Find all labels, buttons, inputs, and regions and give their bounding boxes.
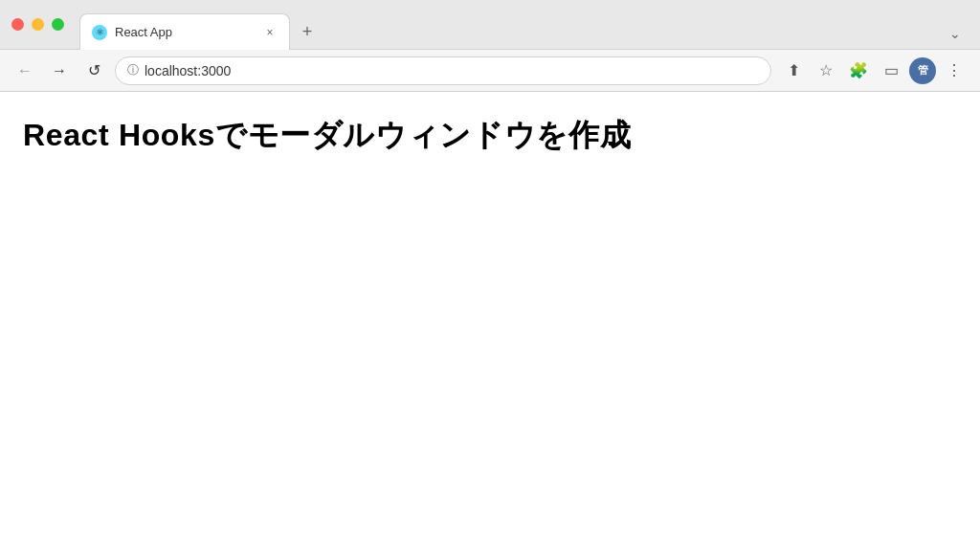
back-button[interactable]: ← [11, 57, 38, 84]
window-controls [11, 18, 64, 31]
maximize-window-button[interactable] [52, 18, 64, 31]
tab-close-button[interactable]: × [262, 25, 278, 40]
profile-avatar-button[interactable]: 管 [909, 57, 936, 84]
address-text: localhost:3000 [145, 63, 231, 78]
tab-favicon-icon: ⚛ [92, 25, 107, 40]
nav-actions: ⬆ ☆ 🧩 ▭ 管 ⋮ [779, 56, 969, 85]
tabs-expand-button[interactable]: ⌄ [942, 22, 969, 45]
menu-button[interactable]: ⋮ [940, 56, 969, 85]
minimize-window-button[interactable] [32, 18, 44, 31]
navigation-bar: ← → ↺ ⓘ localhost:3000 ⬆ ☆ 🧩 ▭ [0, 50, 980, 92]
address-bar[interactable]: ⓘ localhost:3000 [115, 56, 771, 85]
close-window-button[interactable] [11, 18, 24, 31]
reload-button[interactable]: ↺ [80, 57, 107, 84]
lock-icon: ⓘ [127, 62, 139, 78]
new-tab-button[interactable]: + [294, 18, 321, 45]
page-heading: React Hooksでモーダルウィンドウを作成 [23, 115, 957, 157]
active-tab[interactable]: ⚛ React App × [79, 13, 290, 50]
forward-button[interactable]: → [46, 57, 73, 84]
share-button[interactable]: ⬆ [779, 56, 808, 85]
tab-title: React App [115, 25, 255, 39]
sidebar-button[interactable]: ▭ [877, 56, 905, 85]
title-bar: ⚛ React App × + ⌄ [0, 0, 980, 50]
browser-window: ⚛ React App × + ⌄ ← → ↺ ⓘ localhost:3000 [0, 0, 980, 535]
page-content: React Hooksでモーダルウィンドウを作成 [0, 92, 980, 535]
extensions-button[interactable]: 🧩 [844, 56, 873, 85]
bookmark-button[interactable]: ☆ [812, 56, 840, 85]
tabs-area: ⚛ React App × + ⌄ [79, 0, 969, 49]
